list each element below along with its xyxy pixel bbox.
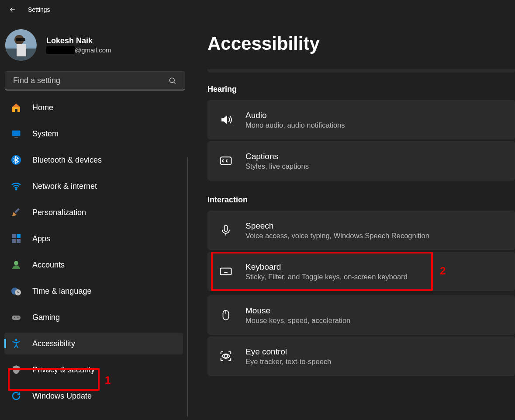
card-title: Keyboard — [245, 262, 408, 272]
sidebar-item-accessibility[interactable]: Accessibility — [4, 333, 183, 354]
card-subtitle: Mono audio, audio notifications — [245, 121, 345, 129]
speech-icon — [219, 224, 232, 237]
profile-block[interactable]: Lokesh Naik xxxxxxxxxx@gmail.com — [4, 23, 186, 71]
eye-control-icon — [219, 350, 232, 363]
sidebar-item-label: Accounts — [32, 260, 65, 270]
card-subtitle: Styles, live captions — [245, 162, 309, 170]
titlebar: Settings — [0, 0, 515, 19]
profile-email: xxxxxxxxxx@gmail.com — [46, 46, 111, 54]
group-header-interaction: Interaction — [207, 195, 515, 205]
sidebar-item-network[interactable]: Network & internet — [4, 175, 183, 197]
sidebar-item-label: Windows Update — [32, 392, 92, 401]
sidebar-item-label: Accessibility — [32, 339, 75, 348]
back-button[interactable] — [6, 3, 19, 16]
card-subtitle: Mouse keys, speed, acceleration — [245, 316, 350, 325]
sidebar-item-label: Gaming — [32, 313, 60, 322]
scrollbar[interactable] — [187, 157, 188, 417]
card-mouse[interactable]: Mouse Mouse keys, speed, acceleration — [207, 295, 515, 335]
collapsed-card-stub — [207, 69, 515, 73]
svg-rect-12 — [12, 234, 16, 238]
accounts-icon — [10, 259, 22, 271]
svg-point-27 — [224, 354, 228, 358]
sidebar-item-apps[interactable]: Apps — [4, 228, 183, 250]
time-language-icon — [10, 285, 22, 297]
accessibility-icon — [10, 338, 22, 349]
window-title: Settings — [28, 6, 50, 13]
svg-point-5 — [169, 78, 174, 83]
sidebar-item-gaming[interactable]: Gaming — [4, 306, 183, 328]
search-input[interactable] — [13, 76, 168, 85]
svg-rect-3 — [16, 38, 25, 41]
keyboard-icon — [219, 265, 232, 278]
apps-icon — [10, 233, 22, 244]
card-title: Mouse — [245, 306, 350, 316]
privacy-icon — [10, 364, 22, 375]
sidebar-item-label: Apps — [32, 234, 50, 243]
card-eye-control[interactable]: Eye control Eye tracker, text-to-speech — [207, 337, 515, 376]
sidebar-item-privacy[interactable]: Privacy & security — [4, 359, 183, 381]
page-title: Accessibility — [207, 33, 515, 54]
sidebar-item-bluetooth[interactable]: Bluetooth & devices — [4, 149, 183, 171]
sidebar-item-label: Personalization — [32, 208, 86, 217]
wifi-icon — [10, 180, 22, 192]
group-header-hearing: Hearing — [207, 85, 515, 94]
sidebar-item-label: System — [32, 129, 59, 139]
sidebar-item-system[interactable]: System — [4, 123, 183, 145]
sidebar-item-update[interactable]: Windows Update — [4, 385, 183, 407]
card-title: Audio — [245, 111, 345, 120]
bluetooth-icon — [10, 154, 22, 166]
sidebar-item-label: Network & internet — [32, 182, 97, 191]
card-speech[interactable]: Speech Voice access, voice typing, Windo… — [207, 211, 515, 250]
card-title: Eye control — [245, 347, 331, 357]
gaming-icon — [10, 312, 22, 323]
personalization-icon — [10, 207, 22, 218]
svg-rect-11 — [14, 208, 19, 213]
card-title: Captions — [245, 152, 309, 161]
card-audio[interactable]: Audio Mono audio, audio notifications — [207, 100, 515, 139]
card-subtitle: Voice access, voice typing, Windows Spee… — [245, 232, 429, 240]
svg-rect-13 — [17, 234, 21, 238]
card-keyboard[interactable]: Keyboard Sticky, Filter, and Toggle keys… — [207, 252, 515, 291]
search-icon — [168, 76, 177, 85]
search-box[interactable] — [5, 71, 185, 90]
sidebar: Lokesh Naik xxxxxxxxxx@gmail.com Home Sy… — [0, 19, 190, 420]
card-subtitle: Sticky, Filter, and Toggle keys, on-scre… — [245, 273, 408, 281]
sidebar-item-label: Home — [32, 103, 53, 112]
sidebar-item-time[interactable]: Time & language — [4, 280, 183, 302]
card-subtitle: Eye tracker, text-to-speech — [245, 358, 331, 366]
svg-rect-14 — [12, 239, 16, 243]
card-title: Speech — [245, 221, 429, 231]
back-arrow-icon — [9, 6, 17, 14]
update-icon — [10, 390, 22, 402]
card-captions[interactable]: Captions Styles, live captions — [207, 141, 515, 180]
svg-point-10 — [16, 189, 17, 190]
svg-rect-19 — [12, 316, 21, 320]
sidebar-item-personalization[interactable]: Personalization — [4, 201, 183, 223]
sidebar-item-home[interactable]: Home — [4, 97, 183, 118]
svg-rect-24 — [225, 225, 228, 231]
svg-rect-4 — [17, 44, 26, 56]
sidebar-item-label: Time & language — [32, 287, 91, 296]
svg-point-16 — [14, 261, 18, 265]
sidebar-item-label: Privacy & security — [32, 365, 95, 375]
svg-rect-23 — [221, 157, 232, 165]
sidebar-item-accounts[interactable]: Accounts — [4, 254, 183, 276]
svg-rect-6 — [12, 130, 21, 136]
avatar — [5, 29, 37, 61]
audio-icon — [219, 113, 232, 126]
profile-name: Lokesh Naik — [46, 36, 111, 45]
home-icon — [10, 102, 22, 113]
captions-icon — [219, 154, 232, 167]
main-content: Accessibility Hearing Audio Mono audio, … — [190, 19, 515, 420]
svg-point-20 — [14, 317, 15, 319]
svg-rect-8 — [14, 137, 18, 138]
nav-list: Home System Bluetooth & devices Network … — [4, 97, 186, 420]
svg-point-22 — [15, 339, 17, 341]
mouse-icon — [219, 309, 232, 322]
svg-point-21 — [17, 317, 19, 319]
svg-rect-25 — [221, 268, 232, 275]
svg-rect-15 — [17, 239, 21, 243]
system-icon — [10, 128, 22, 139]
sidebar-item-label: Bluetooth & devices — [32, 156, 102, 165]
